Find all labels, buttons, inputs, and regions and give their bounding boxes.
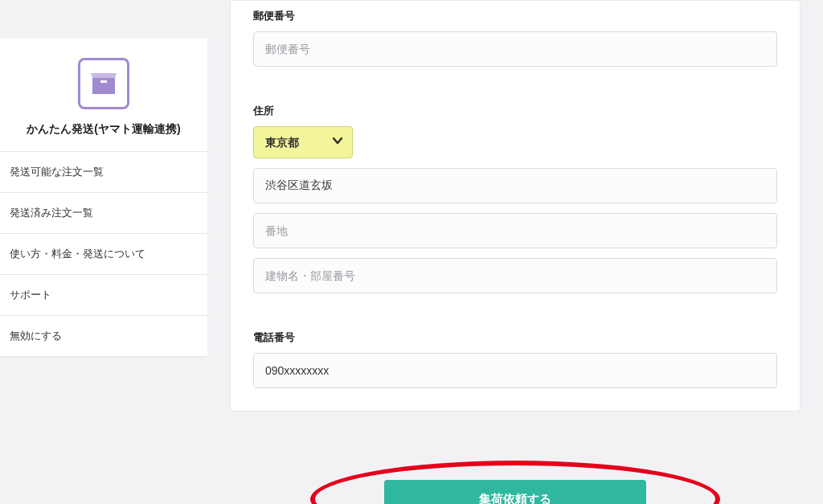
sidebar-nav: 発送可能な注文一覧 発送済み注文一覧 使い方・料金・発送について サポート 無効…: [0, 151, 207, 357]
postal-label: 郵便番号: [253, 1, 777, 23]
package-icon: [78, 58, 129, 109]
sidebar: かんたん発送(ヤマト運輸連携) 発送可能な注文一覧 発送済み注文一覧 使い方・料…: [0, 0, 207, 504]
postal-input[interactable]: [253, 31, 777, 67]
postal-field-group: 郵便番号: [253, 1, 777, 76]
phone-input[interactable]: [253, 353, 777, 388]
prefecture-select[interactable]: 東京都: [253, 126, 353, 158]
sidebar-item-shipped-orders[interactable]: 発送済み注文一覧: [0, 193, 207, 234]
app-header-card: かんたん発送(ヤマト運輸連携): [0, 39, 207, 151]
shipping-form-card: 郵便番号 住所 東京都 電話番号: [230, 0, 800, 412]
street-input[interactable]: [253, 213, 777, 248]
sidebar-item-disable[interactable]: 無効にする: [0, 316, 207, 357]
main-content: 郵便番号 住所 東京都 電話番号: [207, 0, 823, 504]
address-label: 住所: [253, 96, 777, 118]
sidebar-item-shippable-orders[interactable]: 発送可能な注文一覧: [0, 152, 207, 193]
city-input[interactable]: [253, 168, 777, 203]
sidebar-item-support[interactable]: サポート: [0, 275, 207, 316]
phone-field-group: 電話番号: [253, 322, 777, 388]
prefecture-select-wrap: 東京都: [253, 126, 353, 158]
app-title: かんたん発送(ヤマト運輸連携): [0, 122, 207, 137]
sidebar-item-usage-pricing[interactable]: 使い方・料金・発送について: [0, 234, 207, 275]
building-input[interactable]: [253, 258, 777, 293]
address-field-group: 住所 東京都: [253, 96, 777, 303]
request-pickup-button[interactable]: 集荷依頼する: [384, 480, 646, 504]
svg-rect-0: [100, 80, 107, 83]
phone-label: 電話番号: [253, 322, 777, 345]
submit-area: 集荷依頼する: [230, 455, 800, 504]
